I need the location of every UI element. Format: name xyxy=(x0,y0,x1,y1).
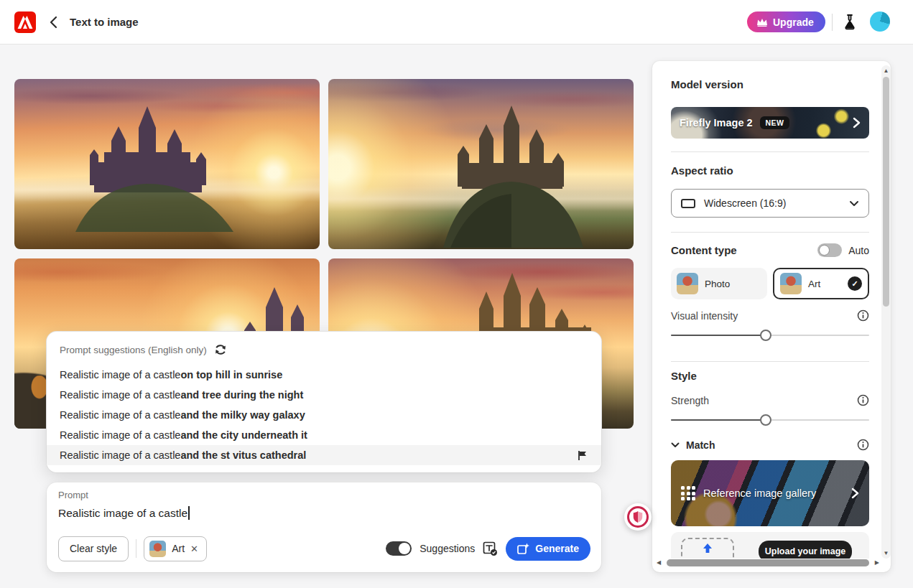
horizontal-scroll-thumb[interactable] xyxy=(667,559,869,566)
text-settings-button[interactable] xyxy=(483,541,498,556)
beta-flask-button[interactable] xyxy=(841,12,858,32)
reference-image-gallery-button[interactable]: Reference image gallery xyxy=(671,460,869,526)
suggestion-item[interactable]: Realistic image of a castle on top hill … xyxy=(47,365,601,385)
strength-label: Strength xyxy=(671,395,709,406)
flag-icon xyxy=(578,450,588,461)
grid-icon xyxy=(681,486,695,500)
refresh-suggestions-button[interactable] xyxy=(214,343,227,356)
settings-panel: Model version Firefly Image 2 NEW Aspect… xyxy=(652,61,891,572)
prompt-input[interactable]: Realistic image of a castle xyxy=(58,506,190,520)
art-label: Art xyxy=(808,279,820,289)
slider-fill xyxy=(671,335,766,336)
art-style-chip[interactable]: Art ✕ xyxy=(144,536,207,561)
strength-slider[interactable] xyxy=(671,414,869,426)
adobe-a-glyph xyxy=(17,15,33,29)
slider-thumb[interactable] xyxy=(760,330,771,341)
content-type-row: Content type Auto xyxy=(671,243,869,257)
suggestion-suffix: on top hill in sunrise xyxy=(180,369,282,381)
crown-icon xyxy=(756,17,768,27)
generate-cluster: Suggestions Generate xyxy=(386,536,590,561)
art-style-label: Art xyxy=(172,543,185,554)
suggestions-toggle[interactable] xyxy=(386,541,412,556)
remove-style-icon[interactable]: ✕ xyxy=(190,544,198,554)
photo-label: Photo xyxy=(705,279,730,289)
firefly-text-to-image-screen: Text to image Upgrade xyxy=(0,0,913,588)
vertical-scrollbar[interactable]: ▲ ▼ xyxy=(881,65,891,559)
scroll-up-arrow[interactable]: ▲ xyxy=(881,67,891,74)
model-version-selector[interactable]: Firefly Image 2 NEW xyxy=(671,107,869,139)
upgrade-label: Upgrade xyxy=(773,17,814,28)
content-type-cards: Photo Art ✓ xyxy=(671,268,869,299)
photo-thumbnail xyxy=(677,273,698,294)
generated-image-1[interactable] xyxy=(14,79,320,249)
upgrade-button[interactable]: Upgrade xyxy=(747,11,825,32)
suggestion-suffix: and the st vitus cathedral xyxy=(180,449,306,461)
suggestion-prefix: Realistic image of a castle xyxy=(60,429,180,441)
report-flag-button[interactable] xyxy=(578,450,588,461)
section-divider xyxy=(671,232,869,233)
section-divider xyxy=(671,361,869,362)
visual-intensity-slider[interactable] xyxy=(671,330,869,341)
scroll-left-arrow[interactable]: ◀ xyxy=(657,559,661,566)
generate-button[interactable]: Generate xyxy=(506,537,590,561)
upload-section: Upload your image xyxy=(671,532,869,559)
visual-intensity-label: Visual intensity xyxy=(671,310,738,322)
suggestion-prefix: Realistic image of a castle xyxy=(60,409,180,421)
clear-style-button[interactable]: Clear style xyxy=(58,536,129,561)
new-badge: NEW xyxy=(760,116,790,129)
prompt-suggestions-popup: Prompt suggestions (English only) Realis… xyxy=(47,332,601,472)
suggestion-suffix: and the city underneath it xyxy=(180,429,307,441)
auto-toggle[interactable] xyxy=(817,243,842,257)
chevron-right-icon xyxy=(853,117,861,129)
suggestion-item-active[interactable]: Realistic image of a castle and the st v… xyxy=(47,445,601,465)
art-thumbnail xyxy=(780,273,802,294)
back-button[interactable] xyxy=(46,15,60,29)
slider-thumb[interactable] xyxy=(760,414,771,426)
info-icon[interactable] xyxy=(857,394,869,406)
castle-silhouette xyxy=(75,99,233,232)
upload-dropzone[interactable] xyxy=(681,538,734,559)
slider-fill xyxy=(671,419,766,421)
content-type-art-selected[interactable]: Art ✓ xyxy=(773,268,869,299)
auto-label: Auto xyxy=(848,245,869,256)
suggestion-prefix: Realistic image of a castle xyxy=(60,369,180,381)
model-name: Firefly Image 2 xyxy=(680,117,753,129)
upload-tooltip: Upload your image xyxy=(759,541,852,559)
chip-divider xyxy=(136,539,136,558)
vertical-scroll-thumb[interactable] xyxy=(883,77,889,307)
suggestion-item[interactable]: Realistic image of a castle and the city… xyxy=(47,425,601,445)
chevron-right-icon xyxy=(851,487,859,499)
upload-arrow-icon xyxy=(702,543,713,554)
art-style-thumbnail xyxy=(149,541,166,557)
scroll-right-arrow[interactable]: ▶ xyxy=(875,559,879,566)
toggle-knob xyxy=(399,543,410,554)
chevron-down-icon xyxy=(671,442,680,448)
suggestion-list: Realistic image of a castle on top hill … xyxy=(47,365,601,465)
aspect-ratio-heading: Aspect ratio xyxy=(671,164,733,177)
suggestion-suffix: and the milky way galaxy xyxy=(180,409,305,421)
content-type-photo[interactable]: Photo xyxy=(671,268,767,299)
scroll-down-arrow[interactable]: ▼ xyxy=(881,550,891,556)
info-icon[interactable] xyxy=(857,439,869,451)
prompt-field-label: Prompt xyxy=(58,490,88,500)
suggestion-item[interactable]: Realistic image of a castle and the milk… xyxy=(47,405,601,425)
text-caret xyxy=(188,506,190,520)
browser-extension-badge[interactable] xyxy=(624,503,652,531)
info-icon[interactable] xyxy=(857,309,869,322)
horizontal-scrollbar[interactable]: ◀ ▶ xyxy=(657,558,879,568)
adobe-logo-icon[interactable] xyxy=(14,11,36,33)
text-check-icon xyxy=(483,541,498,556)
generated-image-2[interactable] xyxy=(328,79,634,249)
app-header: Text to image Upgrade xyxy=(0,0,913,45)
match-section-header[interactable]: Match xyxy=(671,439,869,451)
popup-header: Prompt suggestions (English only) xyxy=(47,332,601,360)
suggestions-toggle-label: Suggestions xyxy=(420,543,475,554)
suggestion-prefix: Realistic image of a castle xyxy=(60,389,180,401)
extension-ring xyxy=(627,506,649,528)
prompt-text: Realistic image of a castle xyxy=(58,507,187,520)
reference-gallery-label: Reference image gallery xyxy=(703,487,816,499)
aspect-ratio-select[interactable]: Widescreen (16:9) xyxy=(671,189,869,218)
user-avatar[interactable] xyxy=(870,11,890,32)
auto-toggle-group: Auto xyxy=(817,243,869,257)
suggestion-item[interactable]: Realistic image of a castle and tree dur… xyxy=(47,385,601,405)
